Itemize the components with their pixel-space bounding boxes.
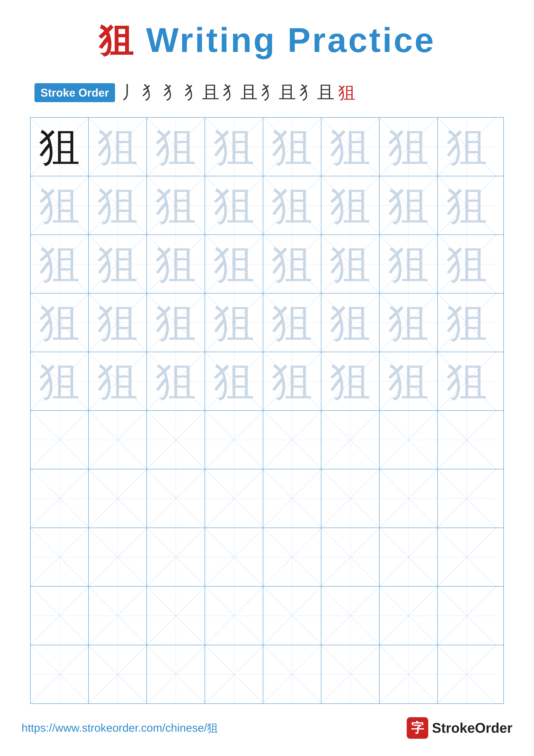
grid-cell-7-3[interactable] (147, 470, 205, 527)
grid-cell-2-1[interactable]: 狙 (31, 176, 89, 234)
svg-line-136 (263, 587, 321, 645)
grid-cell-1-6[interactable]: 狙 (321, 118, 380, 176)
grid-cell-10-6[interactable] (321, 645, 380, 703)
grid-cell-5-6[interactable]: 狙 (321, 352, 380, 410)
grid-cell-2-6[interactable]: 狙 (321, 176, 380, 234)
grid-cell-5-4[interactable]: 狙 (205, 352, 263, 410)
grid-cell-4-6[interactable]: 狙 (321, 293, 380, 352)
grid-cell-8-3[interactable] (147, 528, 205, 586)
grid-cell-9-5[interactable] (263, 587, 321, 645)
grid-cell-4-3[interactable]: 狙 (147, 293, 205, 352)
grid-cell-9-8[interactable] (438, 587, 496, 645)
grid-cell-4-4[interactable]: 狙 (205, 293, 263, 352)
grid-cell-1-5[interactable]: 狙 (263, 118, 321, 176)
grid-cell-1-8[interactable]: 狙 (438, 118, 496, 176)
grid-cell-6-4[interactable] (205, 411, 263, 469)
grid-cell-8-4[interactable] (205, 528, 263, 586)
grid-cell-8-2[interactable] (89, 528, 147, 586)
grid-cell-5-8[interactable]: 狙 (438, 352, 496, 410)
grid-cell-7-1[interactable] (31, 470, 89, 527)
grid-cell-8-6[interactable] (321, 528, 380, 586)
grid-cell-9-2[interactable] (89, 587, 147, 645)
grid-cell-2-2[interactable]: 狙 (89, 176, 147, 234)
grid-cell-9-4[interactable] (205, 587, 263, 645)
grid-cell-6-6[interactable] (321, 411, 380, 469)
grid-cell-1-4[interactable]: 狙 (205, 118, 263, 176)
grid-cell-10-3[interactable] (147, 645, 205, 703)
grid-cell-7-8[interactable] (438, 470, 496, 527)
grid-cell-2-3[interactable]: 狙 (147, 176, 205, 234)
grid-cell-7-6[interactable] (321, 470, 380, 527)
grid-cell-7-4[interactable] (205, 470, 263, 527)
svg-line-118 (205, 528, 263, 586)
grid-cell-10-4[interactable] (205, 645, 263, 703)
grid-cell-6-1[interactable] (31, 411, 89, 469)
svg-line-103 (205, 470, 263, 527)
grid-cell-1-3[interactable]: 狙 (147, 118, 205, 176)
grid-cell-9-1[interactable] (31, 587, 89, 645)
grid-cell-7-7[interactable] (380, 470, 438, 527)
grid-cell-7-2[interactable] (89, 470, 147, 527)
grid-cell-1-7[interactable]: 狙 (380, 118, 438, 176)
grid-cell-3-8[interactable]: 狙 (438, 235, 496, 293)
stroke-order-badge: Stroke Order (35, 83, 115, 102)
grid-cell-3-4[interactable]: 狙 (205, 235, 263, 293)
grid-cell-3-2[interactable]: 狙 (89, 235, 147, 293)
grid-cell-6-3[interactable] (147, 411, 205, 469)
grid-cell-8-7[interactable] (380, 528, 438, 586)
svg-line-114 (89, 528, 146, 586)
svg-line-94 (438, 411, 496, 469)
grid-cell-9-3[interactable] (147, 587, 205, 645)
grid-cell-1-2[interactable]: 狙 (89, 118, 147, 176)
footer-url[interactable]: https://www.strokeorder.com/chinese/狙 (21, 720, 218, 736)
grid-cell-4-1[interactable]: 狙 (31, 293, 89, 352)
grid-cell-10-1[interactable] (31, 645, 89, 703)
svg-line-116 (147, 528, 205, 586)
grid-cell-3-1[interactable]: 狙 (31, 235, 89, 293)
grid-cell-4-2[interactable]: 狙 (89, 293, 147, 352)
grid-cell-10-8[interactable] (438, 645, 496, 703)
grid-cell-5-3[interactable]: 狙 (147, 352, 205, 410)
svg-line-159 (438, 645, 496, 703)
grid-cell-8-5[interactable] (263, 528, 321, 586)
grid-cell-5-7[interactable]: 狙 (380, 352, 438, 410)
grid-cell-5-2[interactable]: 狙 (89, 352, 147, 410)
footer-logo-icon: 字 (407, 717, 428, 739)
grid-cell-1-1[interactable]: 狙 (31, 118, 89, 176)
grid-cell-10-5[interactable] (263, 645, 321, 703)
grid-cell-4-7[interactable]: 狙 (380, 293, 438, 352)
svg-line-137 (263, 587, 321, 645)
grid-cell-5-5[interactable]: 狙 (263, 352, 321, 410)
grid-cell-3-5[interactable]: 狙 (263, 235, 321, 293)
grid-cell-8-1[interactable] (31, 528, 89, 586)
grid-cell-4-8[interactable]: 狙 (438, 293, 496, 352)
grid-cell-6-8[interactable] (438, 411, 496, 469)
stroke-3: 犭 (164, 81, 181, 104)
svg-line-95 (438, 411, 496, 469)
grid-cell-3-6[interactable]: 狙 (321, 235, 380, 293)
grid-cell-6-7[interactable] (380, 411, 438, 469)
grid-row-1: 狙 狙 狙 狙 狙 狙 狙 (31, 118, 503, 176)
grid-cell-6-5[interactable] (263, 411, 321, 469)
svg-line-109 (380, 470, 437, 527)
svg-line-124 (380, 528, 437, 586)
grid-cell-2-4[interactable]: 狙 (205, 176, 263, 234)
grid-cell-2-5[interactable]: 狙 (263, 176, 321, 234)
svg-line-139 (321, 587, 379, 645)
grid-cell-10-7[interactable] (380, 645, 438, 703)
grid-cell-8-8[interactable] (438, 528, 496, 586)
grid-cell-2-8[interactable]: 狙 (438, 176, 496, 234)
grid-cell-3-7[interactable]: 狙 (380, 235, 438, 293)
grid-cell-9-7[interactable] (380, 587, 438, 645)
grid-cell-9-6[interactable] (321, 587, 380, 645)
grid-cell-2-7[interactable]: 狙 (380, 176, 438, 234)
grid-cell-6-2[interactable] (89, 411, 147, 469)
grid-row-9 (31, 587, 503, 645)
svg-line-152 (263, 645, 321, 703)
grid-cell-7-5[interactable] (263, 470, 321, 527)
grid-cell-4-5[interactable]: 狙 (263, 293, 321, 352)
grid-cell-5-1[interactable]: 狙 (31, 352, 89, 410)
stroke-7: 犭且 (300, 81, 334, 104)
grid-cell-10-2[interactable] (89, 645, 147, 703)
grid-cell-3-3[interactable]: 狙 (147, 235, 205, 293)
